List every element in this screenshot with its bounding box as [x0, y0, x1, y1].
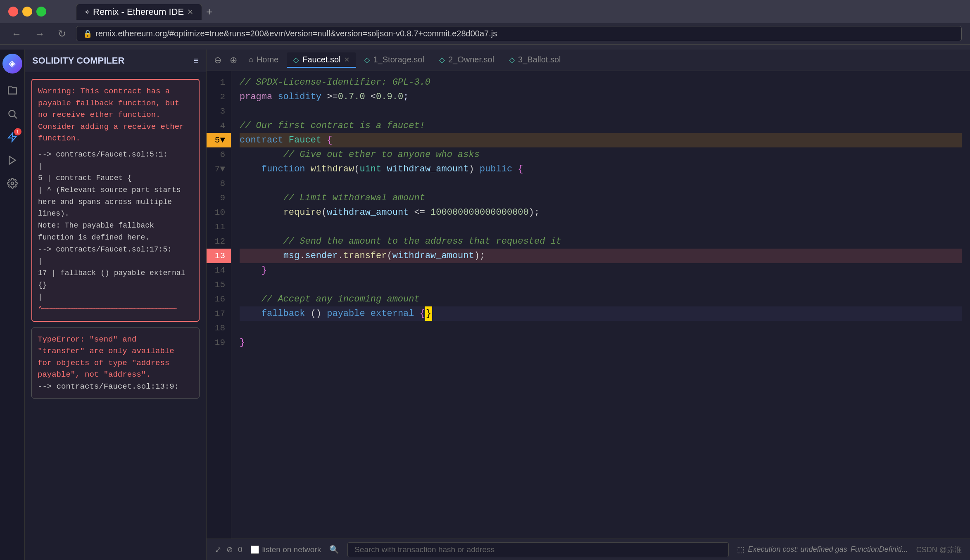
browser-tab-close[interactable]: ✕ [187, 7, 193, 17]
browser-nav-bar: ← → ↻ 🔒 remix.ethereum.org/#optimize=tru… [0, 23, 970, 45]
owner-file-icon: ◇ [439, 55, 445, 64]
listen-network-checkbox[interactable] [251, 546, 259, 554]
warning-detail-line-6: --> contracts/Faucet.sol:17:5: [38, 244, 193, 256]
line-num-7: 7▼ [207, 162, 231, 176]
tab-owner-sol[interactable]: ◇ 2_Owner.sol [433, 52, 501, 68]
line-num-8: 8 [207, 176, 231, 191]
tab-owner-label: 2_Owner.sol [448, 55, 494, 64]
sidebar-item-deploy[interactable] [2, 150, 22, 170]
code-line-12: // Send the amount to the address that r… [240, 234, 962, 249]
tab-faucet-sol[interactable]: ◇ Faucet.sol ✕ [287, 52, 356, 68]
tab-bar: ⟡ Remix - Ethereum IDE ✕ + [51, 2, 212, 21]
tab-ballot-sol[interactable]: ◇ 3_Ballot.sol [502, 52, 567, 68]
panel-header: SOLIDITY COMPILER ≡ [25, 50, 206, 72]
line-num-10: 10 [207, 205, 231, 220]
browser-chrome: ⟡ Remix - Ethereum IDE ✕ + ← → ↻ 🔒 remix… [0, 0, 970, 50]
execution-cost-text: Execution cost: undefined gas [748, 545, 847, 554]
panel-title: SOLIDITY COMPILER [32, 55, 124, 66]
sidebar-item-search[interactable] [2, 104, 22, 124]
storage-file-icon: ◇ [364, 55, 370, 64]
warning-detail-line-5: Note: The payable fallback function is d… [38, 220, 193, 244]
code-line-15 [240, 278, 962, 292]
error-box: TypeError: "send" and "transfer" are onl… [31, 327, 200, 399]
svg-point-4 [11, 182, 14, 185]
line-num-17: 17 [207, 306, 231, 321]
close-button[interactable] [8, 7, 18, 17]
warning-detail-line-1: --> contracts/Faucet.sol:5:1: [38, 149, 193, 161]
window-controls [8, 7, 46, 17]
lock-icon: 🔒 [83, 29, 92, 38]
execution-cost-icon: ⬚ [737, 545, 744, 554]
line-num-14: 14 [207, 263, 231, 278]
expand-icon[interactable]: ⤢ [215, 545, 221, 554]
back-button[interactable]: ← [8, 26, 25, 41]
browser-title-bar: ⟡ Remix - Ethereum IDE ✕ + [0, 0, 970, 23]
line-num-12: 12 [207, 234, 231, 249]
code-line-6: // Give out ether to anyone who asks [240, 147, 962, 162]
forward-button[interactable]: → [31, 26, 48, 41]
search-placeholder: Search with transaction hash or address [354, 545, 495, 554]
code-line-18 [240, 321, 962, 335]
function-def-text: FunctionDefiniti... [851, 545, 908, 554]
warning-box: Warning: This contract has a payable fal… [31, 79, 200, 322]
ballot-file-icon: ◇ [509, 55, 515, 64]
maximize-button[interactable] [36, 7, 46, 17]
line-num-2: 2 [207, 90, 231, 104]
code-line-11 [240, 220, 962, 234]
left-panel: SOLIDITY COMPILER ≡ Warning: This contra… [25, 50, 207, 560]
code-editor[interactable]: 1 2 3 4 5▼ 6 7▼ 8 9 10 11 12 13 14 15 16… [207, 71, 970, 539]
code-line-19: } [240, 335, 962, 350]
line-num-15: 15 [207, 278, 231, 292]
code-line-13: msg . sender . transfer ( withdraw_amoun… [240, 249, 962, 263]
line-num-4: 4 [207, 119, 231, 133]
warning-detail-line-8: 17 | fallback () payable external {} [38, 267, 193, 291]
zoom-in-button[interactable]: ⊕ [226, 53, 240, 67]
error-line-3: for objects of type "address [38, 357, 193, 369]
line-num-1: 1 [207, 75, 231, 90]
url-text: remix.ethereum.org/#optimize=true&runs=2… [95, 29, 497, 38]
status-icons: ⤢ ⊘ 0 [215, 545, 242, 554]
csdn-watermark: CSDN @苏淮 [916, 545, 962, 555]
new-tab-button[interactable]: + [206, 5, 212, 18]
line-num-16: 16 [207, 292, 231, 306]
tab-faucet-close[interactable]: ✕ [344, 56, 349, 64]
code-line-3 [240, 104, 962, 119]
csdn-label: CSDN @苏淮 [916, 546, 962, 554]
code-line-17: fallback () payable external { } [240, 306, 962, 321]
svg-point-0 [9, 110, 15, 116]
line-num-18: 18 [207, 321, 231, 335]
line-num-6: 6 [207, 147, 231, 162]
search-bar-bottom[interactable]: Search with transaction hash or address [347, 542, 729, 557]
code-content[interactable]: // SPDX-License-Identifier: GPL-3.0 prag… [231, 71, 970, 539]
error-text: TypeError: "send" and "transfer" are onl… [38, 334, 193, 393]
zoom-out-button[interactable]: ⊖ [211, 53, 225, 67]
tab-favicon: ⟡ [85, 7, 90, 16]
sidebar-item-settings[interactable] [2, 173, 22, 193]
editor-area: ⊖ ⊕ ⌂ Home ◇ Faucet.sol ✕ ◇ 1_Storage.so… [207, 50, 970, 560]
code-line-4: // Our first contract is a faucet! [240, 119, 962, 133]
tab-storage-label: 1_Storage.sol [373, 55, 424, 64]
minimize-button[interactable] [22, 7, 32, 17]
reload-button[interactable]: ↻ [55, 26, 69, 41]
stop-icon[interactable]: ⊘ [226, 545, 233, 554]
tab-ballot-label: 3_Ballot.sol [518, 55, 561, 64]
tab-home[interactable]: ⌂ Home [242, 52, 285, 68]
url-bar[interactable]: 🔒 remix.ethereum.org/#optimize=true&runs… [76, 26, 962, 41]
panel-content: Warning: This contract has a payable fal… [25, 72, 206, 560]
listen-label: listen on network [262, 545, 321, 554]
warning-text: Warning: This contract has a payable fal… [38, 85, 193, 145]
warning-detail-line-4: | ^ (Relevant source part starts here an… [38, 184, 193, 220]
tab-storage-sol[interactable]: ◇ 1_Storage.sol [358, 52, 431, 68]
browser-tab-active[interactable]: ⟡ Remix - Ethereum IDE ✕ [76, 4, 202, 20]
code-line-5: contract Faucet { [240, 133, 962, 147]
faucet-file-icon: ◇ [293, 55, 299, 64]
remix-logo[interactable]: ◈ [2, 54, 22, 74]
squiggly-line: ^~~~~~~~~~~~~~~~~~~~~~~~~~~~~~~~~~~~~~ [38, 303, 193, 315]
panel-menu-icon[interactable]: ≡ [193, 55, 199, 66]
code-line-7: function withdraw ( uint withdraw_amount… [240, 162, 962, 176]
error-line-2: "transfer" are only available [38, 345, 193, 357]
sidebar-item-compiler[interactable]: 1 [2, 127, 22, 147]
tab-home-label: Home [257, 55, 278, 64]
compiler-badge: 1 [14, 128, 21, 135]
sidebar-item-file-explorer[interactable] [2, 81, 22, 101]
